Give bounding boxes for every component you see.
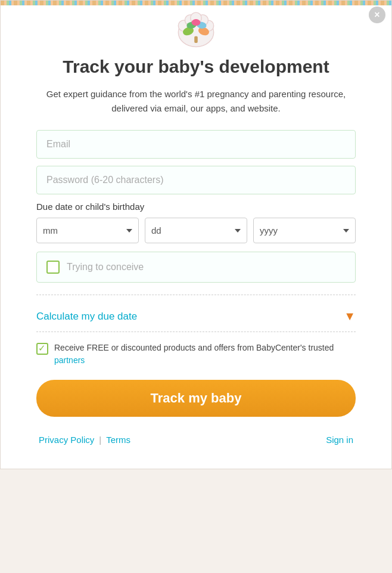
offers-row: Receive FREE or discounted products and … <box>36 342 356 367</box>
partners-link[interactable]: partners <box>54 355 85 365</box>
divider-bottom <box>36 332 356 332</box>
terms-link[interactable]: Terms <box>106 435 130 445</box>
day-select[interactable]: dd 01020304 050607 <box>145 218 247 243</box>
sign-in-link[interactable]: Sign in <box>326 435 353 445</box>
top-decorative-strip <box>1 1 391 5</box>
year-select[interactable]: yyyy 202420252026 <box>253 218 356 243</box>
date-label: Due date or child's birthday <box>36 202 356 212</box>
close-button[interactable]: × <box>369 7 385 23</box>
page-subtitle: Get expert guidance from the world's #1 … <box>36 87 356 116</box>
footer-separator: | <box>99 435 101 445</box>
footer-links: Privacy Policy | Terms Sign in <box>36 435 356 445</box>
email-field[interactable] <box>36 130 356 159</box>
privacy-policy-link[interactable]: Privacy Policy <box>39 435 94 445</box>
content-area: Track your baby's development Get expert… <box>1 56 391 445</box>
modal-container: × Track your baby's development Get exp <box>0 0 392 469</box>
password-field[interactable] <box>36 166 356 194</box>
calculate-due-date-row[interactable]: Calculate my due date ▼ <box>36 301 356 332</box>
page-title: Track your baby's development <box>36 56 356 78</box>
track-baby-button[interactable]: Track my baby <box>36 380 356 417</box>
date-selects-container: mm 01020304 05060708 09101112 dd 0102030… <box>36 218 356 243</box>
month-select[interactable]: mm 01020304 05060708 09101112 <box>36 218 139 243</box>
babycenter-logo <box>172 11 220 50</box>
footer-left: Privacy Policy | Terms <box>39 435 130 445</box>
ttc-text: Trying to conceive <box>67 262 144 272</box>
chevron-down-icon: ▼ <box>344 309 356 323</box>
divider-top <box>36 295 356 295</box>
calculate-due-date-text: Calculate my due date <box>36 311 137 323</box>
trying-to-conceive-label[interactable]: Trying to conceive <box>36 252 356 283</box>
ttc-checkbox[interactable] <box>46 261 60 274</box>
offers-checkbox[interactable] <box>36 343 48 355</box>
svg-rect-6 <box>194 36 198 43</box>
logo-container <box>1 11 391 50</box>
svg-point-11 <box>192 19 201 26</box>
offers-text: Receive FREE or discounted products and … <box>54 342 356 367</box>
